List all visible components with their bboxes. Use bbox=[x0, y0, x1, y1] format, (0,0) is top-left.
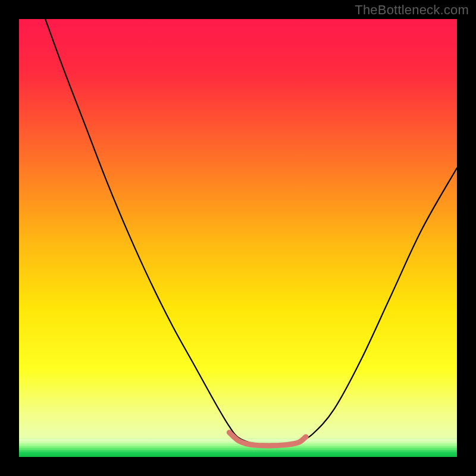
bottleneck-curve bbox=[45, 19, 457, 445]
watermark-text: TheBottleneck.com bbox=[355, 2, 469, 18]
chart-frame: TheBottleneck.com bbox=[0, 0, 476, 476]
plot-area bbox=[19, 19, 457, 457]
curve-layer bbox=[19, 19, 457, 457]
optimal-band bbox=[229, 433, 306, 446]
